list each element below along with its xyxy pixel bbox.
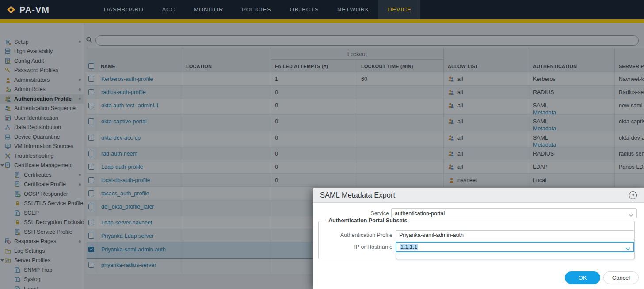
metadata-link[interactable]: Metadata <box>533 110 611 114</box>
sidebar-item-troubleshooting[interactable]: Troubleshooting <box>0 151 84 161</box>
profile-name-link[interactable]: Kerberos-auth-profile <box>101 76 153 82</box>
row-checkbox[interactable] <box>88 151 94 156</box>
row-checkbox[interactable] <box>88 204 94 209</box>
sidebar-item-password-profiles[interactable]: Password Profiles <box>0 66 84 76</box>
sidebar-item-email[interactable]: Email <box>0 284 84 289</box>
metadata-link[interactable]: Metadata <box>533 125 611 131</box>
service-select[interactable]: authentication-portal <box>391 208 637 218</box>
row-checkbox[interactable] <box>88 220 94 225</box>
sidebar-item-server-profiles[interactable]: Server Profiles <box>0 256 84 266</box>
dialog-titlebar: SAML Metadata Export ? <box>313 188 644 203</box>
profile-name-link[interactable]: Priyanka-Ldap server <box>101 233 154 239</box>
sidebar-item-user-identification[interactable]: User Identification <box>0 113 84 123</box>
sidebar-item-certificates[interactable]: Certificates <box>0 170 84 180</box>
sidebar-item-label: Authentication Sequence <box>14 105 76 111</box>
cancel-button[interactable]: Cancel <box>603 271 639 284</box>
row-checkbox[interactable] <box>88 233 94 239</box>
table-row[interactable]: radius-auth-profile0allRADIUSRadius-serv <box>87 86 644 99</box>
sidebar-item-label: SCEP <box>24 210 39 216</box>
auth-sequence-icon <box>4 105 11 111</box>
allow-list-label: all <box>457 118 463 125</box>
sidebar-item-ssl-decryption-exclusion[interactable]: SSL Decryption Exclusion <box>0 218 84 228</box>
column-header-authentication[interactable]: AUTHENTICATION <box>529 48 614 72</box>
sidebar-item-label: Log Settings <box>14 248 45 254</box>
profile-name-link[interactable]: Priyanka-saml-admin-auth <box>101 247 166 253</box>
sidebar-item-config-audit[interactable]: Config Audit <box>0 56 84 66</box>
column-header-server-profile[interactable]: SERVER PR <box>614 48 644 72</box>
sidebar-item-authentication-sequence[interactable]: Authentication Sequence <box>0 104 84 114</box>
sidebar-item-response-pages[interactable]: Response Pages <box>0 237 84 247</box>
sidebar-item-log-settings[interactable]: Log Settings <box>0 246 84 256</box>
table-row[interactable]: local-db-auth-profile0navneetLocal <box>87 174 644 187</box>
sidebar-item-setup[interactable]: Setup <box>0 37 84 47</box>
nav-tab-policies[interactable]: POLICIES <box>232 0 280 19</box>
row-checkbox[interactable] <box>88 89 94 95</box>
sidebar-item-data-redistribution[interactable]: Data Redistribution <box>0 123 84 133</box>
column-header-failed-attempts[interactable]: FAILED ATTEMPTS (#) <box>271 60 357 72</box>
table-row[interactable]: okta-captive-portal0allSAMLMetadataokta-… <box>87 115 644 131</box>
row-checkbox[interactable] <box>88 135 94 141</box>
item-dot-indicator <box>79 98 81 100</box>
row-checkbox[interactable] <box>88 190 94 196</box>
row-checkbox[interactable] <box>88 262 94 268</box>
sidebar-item-high-availability[interactable]: High Availability <box>0 47 84 57</box>
sidebar-item-administrators[interactable]: Administrators <box>0 75 84 85</box>
nav-tab-acc[interactable]: ACC <box>153 0 185 19</box>
table-row[interactable]: rad-auth-neem0allRADIUSradius-serve <box>87 147 644 160</box>
sidebar-item-syslog[interactable]: Syslog <box>0 275 84 285</box>
expand-caret-icon[interactable] <box>0 259 4 262</box>
table-row[interactable]: okta auth test- adminUI0allSAMLMetadatan… <box>87 99 644 115</box>
help-icon[interactable]: ? <box>629 191 637 199</box>
sidebar-item-scep[interactable]: SCEP <box>0 208 84 218</box>
profile-name-link[interactable]: okta-dev-acc-cp <box>101 135 141 141</box>
nav-tab-monitor[interactable]: MONITOR <box>184 0 232 19</box>
ip-or-hostname-label: IP or Hostname <box>313 244 392 250</box>
sidebar-item-device-quarantine[interactable]: Device Quarantine <box>0 132 84 142</box>
pa-vm-logo: PA-VM <box>0 5 95 15</box>
profile-name-link[interactable]: del_okta_profile_later <box>101 204 154 210</box>
sidebar-item-ocsp-responder[interactable]: OCSP Responder <box>0 189 84 199</box>
profile-name-link[interactable]: priyanka-radius-server <box>101 262 156 268</box>
authentication-profile-input[interactable] <box>396 230 634 240</box>
sidebar-item-snmp-trap[interactable]: SNMP Trap <box>0 265 84 275</box>
nav-tab-network[interactable]: NETWORK <box>328 0 378 19</box>
sidebar-item-authentication-profile[interactable]: Authentication Profile <box>0 94 84 104</box>
nav-tab-dashboard[interactable]: DASHBOARD <box>95 0 153 19</box>
profile-name-link[interactable]: Ldap-server-navneet <box>101 220 152 226</box>
profile-name-link[interactable]: okta auth test- adminUI <box>101 103 158 109</box>
profile-name-link[interactable]: radius-auth-profile <box>101 89 146 95</box>
column-header-name[interactable]: NAME <box>97 48 182 72</box>
sidebar-item-ssl-tls-service-profile[interactable]: SSL/TLS Service Profile <box>0 199 84 209</box>
sidebar-item-ssh-service-profile[interactable]: SSH Service Profile <box>0 227 84 237</box>
profile-name-link[interactable]: rad-auth-neem <box>101 151 137 157</box>
table-row[interactable]: Kerberos-auth-profile160allKerberosNavne… <box>87 72 644 86</box>
row-checkbox[interactable] <box>88 118 94 124</box>
column-header-lockout-time[interactable]: LOCKOUT TIME (MIN) <box>357 60 443 72</box>
nav-tab-objects[interactable]: OBJECTS <box>281 0 328 19</box>
table-row[interactable]: okta-dev-acc-cp0allSAMLMetadataokta-dev-… <box>87 131 644 147</box>
ip-or-hostname-input[interactable]: 1.1.1.1 <box>396 242 634 252</box>
profile-name-link[interactable]: Ldap-auth-profile <box>101 164 143 170</box>
ip-suggestions-dropdown[interactable] <box>396 253 635 259</box>
ok-button[interactable]: OK <box>565 271 600 284</box>
row-checkbox[interactable] <box>88 164 94 170</box>
sidebar-item-certificate-management[interactable]: Certificate Management <box>0 161 84 171</box>
sidebar-item-vm-information-sources[interactable]: VM Information Sources <box>0 142 84 152</box>
search-input[interactable] <box>95 35 639 46</box>
sidebar-item-certificate-profile[interactable]: Certificate Profile <box>0 180 84 190</box>
row-checkbox[interactable] <box>88 247 94 252</box>
select-all-checkbox[interactable] <box>88 63 94 69</box>
sidebar-item-admin-roles[interactable]: Admin Roles <box>0 85 84 95</box>
profile-name-link[interactable]: okta-captive-portal <box>101 118 147 125</box>
row-checkbox[interactable] <box>88 177 94 183</box>
table-row[interactable]: Ldap-auth-profile0allLDAPPanos-LDA <box>87 160 644 174</box>
profile-name-link[interactable]: tacacs_auth_profile <box>101 190 149 197</box>
row-checkbox[interactable] <box>88 103 94 108</box>
row-checkbox[interactable] <box>88 76 94 82</box>
column-header-allow-list[interactable]: ALLOW LIST <box>443 48 529 72</box>
metadata-link[interactable]: Metadata <box>533 142 611 147</box>
profile-name-link[interactable]: local-db-auth-profile <box>101 177 150 183</box>
column-header-location[interactable]: LOCATION <box>182 48 271 72</box>
expand-caret-icon[interactable] <box>0 164 4 167</box>
nav-tab-device[interactable]: DEVICE <box>378 0 420 19</box>
